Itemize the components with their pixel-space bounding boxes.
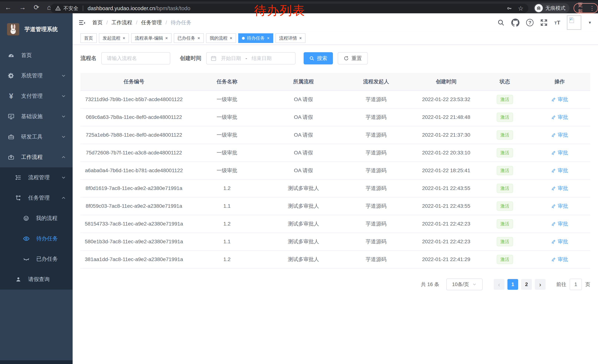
sidebar-item-infrastructure[interactable]: 基础设施 [0,106,73,127]
breadcrumb-item[interactable]: 工作流程 [112,19,132,26]
status-badge: 激活 [497,166,513,175]
sidebar-item-done-tasks[interactable]: 已办任务 [0,249,73,269]
sidebar-item-my-process[interactable]: 我的流程 [0,208,73,228]
column-header: 创建时间 [412,78,481,85]
tag-start-process[interactable]: 发起流程 × [99,33,129,43]
approve-link[interactable]: 审批 [551,238,568,245]
task-name: 一级审批 [187,167,266,174]
browser-menu-icon[interactable]: ⋮ [589,5,595,11]
create-time: 2022-01-22 21:48:48 [412,114,481,120]
sidebar-item-todo-tasks[interactable]: 待办任务 [0,228,73,249]
update-label[interactable]: 更新 [578,1,587,15]
incognito-chip: 无痕模式 [533,3,569,13]
tag-todo-tasks[interactable]: 待办任务 × [238,33,273,43]
goto-page-input[interactable] [570,279,582,290]
calendar-icon [211,55,216,61]
process-starter: 芋道源码 [340,202,412,210]
next-page-button[interactable]: › [535,279,546,290]
sidebar-toggle-icon[interactable] [78,19,86,26]
approve-link[interactable]: 审批 [551,131,568,138]
bookmark-star-icon[interactable]: ☆ [518,5,523,12]
table-row: 75d72608-7b7f-11ec-a3c8-acde48001122 一级审… [80,144,590,162]
create-time: 2022-01-21 22:41:29 [412,256,481,262]
url-host[interactable]: dashboard.yudao.iocoder.cn [88,5,155,11]
fullscreen-icon[interactable] [540,19,548,26]
task-id: 58154733-7ac8-11ec-a9e2-a2380e71991a [80,221,187,227]
sidebar-item-system[interactable]: 系统管理 [0,65,73,86]
sidebar: 芋道管理系统 首页 系统管理 ¥ 支付管理 基础设施 [0,13,73,364]
page-button-2[interactable]: 2 [521,279,532,290]
status-badge: 激活 [497,237,513,246]
status-badge: 激活 [497,219,513,229]
todo-list-annotation: 待办列表 [254,2,305,19]
prev-page-button[interactable]: ‹ [494,279,505,290]
create-time: 2022-01-21 22:43:55 [412,203,481,209]
security-label[interactable]: 不安全 [63,5,78,12]
tag-done-tasks[interactable]: 已办任务 × [174,33,204,43]
reload-icon[interactable]: ⟳ [34,4,39,11]
breadcrumb-item-current: 待办任务 [171,19,191,26]
breadcrumb-item[interactable]: 首页 [92,19,103,26]
close-icon[interactable]: × [198,36,200,40]
sidebar-item-leave-query[interactable]: 请假查询 [0,269,73,290]
password-key-icon[interactable] [507,5,512,11]
create-time: 2022-01-21 22:42:23 [412,239,481,245]
breadcrumb-item[interactable]: 任务管理 [141,19,162,26]
tag-home[interactable]: 首页 [80,33,97,43]
forward-icon[interactable]: → [19,4,26,11]
tag-label: 流程详情 [279,35,297,41]
tag-form-edit[interactable]: 流程表单-编辑 × [131,33,172,43]
close-icon[interactable]: × [299,36,302,40]
approve-link[interactable]: 审批 [551,149,568,156]
process-starter: 芋道源码 [340,114,412,121]
workflow-submenu: 流程管理 任务管理 我的流程 待办任务 [0,167,73,290]
close-icon[interactable]: × [267,36,270,40]
browser-update-button[interactable]: 更新 ⋮ [573,3,598,13]
user-icon [15,276,22,283]
edit-pencil-icon [551,150,556,155]
dashboard-icon [8,52,15,59]
back-icon[interactable]: ← [5,4,11,11]
chevron-down-icon [61,73,66,79]
task-id: 73211d9d-7b9b-11ec-b5b7-acde48001122 [80,97,187,102]
search-button[interactable]: 搜索 [304,52,333,65]
help-icon[interactable]: ? [526,19,533,26]
approve-link[interactable]: 审批 [551,167,568,174]
goto-label: 前往 [556,281,566,288]
tag-process-detail[interactable]: 流程详情 × [275,33,306,43]
sidebar-bottom-edge [0,360,73,364]
sidebar-item-process-management[interactable]: 流程管理 [0,167,73,188]
sidebar-item-task-management[interactable]: 任务管理 [0,188,73,208]
avatar-caret-icon[interactable]: ▼ [588,21,592,25]
task-table: 任务编号 任务名称 所属流程 流程发起人 创建时间 状态 操作 73211d9d… [80,73,590,268]
close-icon[interactable]: × [123,36,125,40]
approve-link[interactable]: 审批 [551,256,568,263]
close-icon[interactable]: × [165,36,168,40]
approve-link[interactable]: 审批 [551,220,568,227]
approve-link[interactable]: 审批 [551,185,568,192]
approve-link[interactable]: 审批 [551,202,568,210]
date-range-picker[interactable]: 开始日期 - 结束日期 [206,52,295,65]
page-size-select[interactable]: 10条/页 [446,278,482,290]
task-name: 1.1 [187,239,266,245]
end-date-placeholder[interactable]: 结束日期 [252,55,272,62]
sidebar-item-payment[interactable]: ¥ 支付管理 [0,86,73,106]
process-name-input[interactable] [101,52,170,65]
briefcase-icon [8,154,15,161]
url-path[interactable]: /bpm/task/todo [155,5,190,11]
github-icon[interactable] [511,18,519,27]
start-date-placeholder[interactable]: 开始日期 [221,55,241,62]
approve-link[interactable]: 审批 [551,114,568,121]
reset-button[interactable]: 重置 [338,52,368,65]
sidebar-item-workflow[interactable]: 工作流程 [0,147,73,167]
sidebar-item-dev-tools[interactable]: 研发工具 [0,127,73,147]
sidebar-item-home[interactable]: 首页 [0,45,73,65]
avatar[interactable] [567,15,581,30]
tag-my-process[interactable]: 我的流程 × [206,33,236,43]
page-button-1[interactable]: 1 [507,279,518,290]
search-icon[interactable] [497,19,505,26]
font-size-icon[interactable]: TT [554,19,560,26]
table-row: 069c6a63-7b8a-11ec-8ef0-acde48001122 一级审… [80,108,590,126]
approve-link[interactable]: 审批 [551,96,568,103]
close-icon[interactable]: × [230,36,232,40]
